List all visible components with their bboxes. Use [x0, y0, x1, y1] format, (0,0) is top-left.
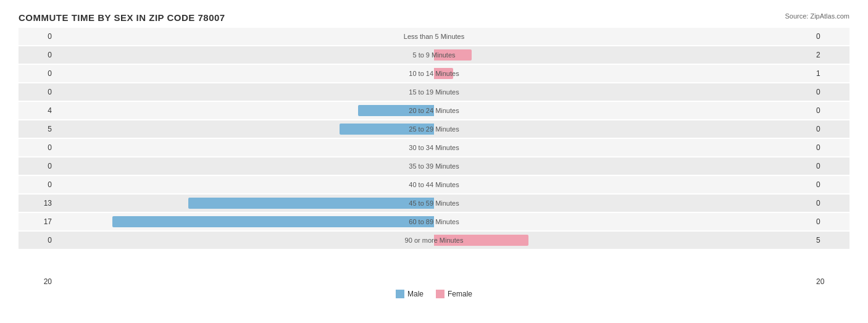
bar-male-wrap — [56, 232, 434, 249]
chart-row: 0 40 to 44 Minutes 0 — [19, 176, 849, 193]
chart-row: 0 15 to 19 Minutes 0 — [19, 83, 849, 101]
row-right-value: 0 — [812, 106, 849, 115]
bars-center: 15 to 19 Minutes — [56, 83, 812, 101]
row-left-value: 0 — [19, 180, 56, 189]
chart-title: COMMUTE TIME BY SEX IN ZIP CODE 78007 — [19, 12, 849, 23]
chart-row: 4 20 to 24 Minutes 0 — [19, 102, 849, 119]
legend-male: Male — [396, 290, 424, 298]
legend-female-label: Female — [448, 290, 472, 298]
bars-center: 35 to 39 Minutes — [56, 157, 812, 175]
row-left-value: 0 — [19, 51, 56, 59]
bars-center: 10 to 14 Minutes — [56, 65, 812, 82]
row-left-value: 0 — [19, 236, 56, 245]
bar-male — [188, 198, 434, 209]
bar-male — [340, 124, 434, 135]
bar-female-wrap — [434, 46, 812, 64]
row-left-value: 0 — [19, 32, 56, 41]
bar-male-wrap — [56, 213, 434, 230]
bar-female-wrap — [434, 157, 812, 175]
row-right-value: 0 — [812, 199, 849, 208]
bar-male-wrap — [56, 157, 434, 175]
chart-area: 0 Less than 5 Minutes 0 0 5 to 9 Minutes… — [19, 28, 849, 275]
chart-row: 0 30 to 34 Minutes 0 — [19, 139, 849, 156]
chart-row: 17 60 to 89 Minutes 0 — [19, 213, 849, 230]
bar-female — [434, 49, 472, 61]
chart-row: 0 10 to 14 Minutes 1 — [19, 65, 849, 82]
bar-female-wrap — [434, 28, 812, 45]
chart-row: 13 45 to 59 Minutes 0 — [19, 195, 849, 212]
chart-row: 0 5 to 9 Minutes 2 — [19, 46, 849, 64]
row-left-value: 0 — [19, 69, 56, 78]
bar-female-wrap — [434, 232, 812, 249]
row-left-value: 0 — [19, 143, 56, 152]
axis-right-label: 20 — [812, 277, 849, 286]
legend-male-box — [396, 290, 404, 298]
row-right-value: 0 — [812, 88, 849, 96]
bars-center: 90 or more Minutes — [56, 232, 812, 249]
chart-row: 0 Less than 5 Minutes 0 — [19, 28, 849, 45]
row-right-value: 0 — [812, 180, 849, 189]
bar-male-wrap — [56, 102, 434, 119]
bar-female-wrap — [434, 65, 812, 82]
bar-male-wrap — [56, 46, 434, 64]
bar-female-wrap — [434, 102, 812, 119]
chart-row: 0 35 to 39 Minutes 0 — [19, 157, 849, 175]
bar-female-wrap — [434, 83, 812, 101]
row-left-value: 4 — [19, 106, 56, 115]
row-right-value: 0 — [812, 32, 849, 41]
bars-center: 45 to 59 Minutes — [56, 195, 812, 212]
row-left-value: 0 — [19, 88, 56, 96]
legend: Male Female — [19, 290, 849, 298]
legend-male-label: Male — [407, 290, 424, 298]
bar-male-wrap — [56, 120, 434, 138]
bar-male-wrap — [56, 195, 434, 212]
bar-female-wrap — [434, 120, 812, 138]
row-left-value: 5 — [19, 125, 56, 133]
bars-center: 60 to 89 Minutes — [56, 213, 812, 230]
bar-male-wrap — [56, 28, 434, 45]
bars-center: 40 to 44 Minutes — [56, 176, 812, 193]
row-right-value: 2 — [812, 51, 849, 59]
bar-male-wrap — [56, 65, 434, 82]
bar-female — [434, 235, 528, 246]
bar-male — [358, 105, 434, 116]
axis-row: 20 20 — [19, 277, 849, 286]
bar-male-wrap — [56, 176, 434, 193]
row-left-value: 13 — [19, 199, 56, 208]
chart-row: 0 90 or more Minutes 5 — [19, 232, 849, 249]
bars-center: 20 to 24 Minutes — [56, 102, 812, 119]
bar-male — [112, 216, 434, 227]
bar-female-wrap — [434, 176, 812, 193]
chart-row: 5 25 to 29 Minutes 0 — [19, 120, 849, 138]
bars-center: 30 to 34 Minutes — [56, 139, 812, 156]
row-right-value: 0 — [812, 143, 849, 152]
bar-female-wrap — [434, 213, 812, 230]
source-label: Source: ZipAtlas.com — [785, 12, 849, 20]
bar-female-wrap — [434, 195, 812, 212]
row-right-value: 5 — [812, 236, 849, 245]
bar-male-wrap — [56, 83, 434, 101]
row-right-value: 0 — [812, 125, 849, 133]
row-left-value: 17 — [19, 217, 56, 226]
bar-female-wrap — [434, 139, 812, 156]
row-right-value: 0 — [812, 162, 849, 170]
row-left-value: 0 — [19, 162, 56, 170]
bars-center: 25 to 29 Minutes — [56, 120, 812, 138]
bars-center: 5 to 9 Minutes — [56, 46, 812, 64]
legend-female: Female — [436, 290, 472, 298]
bar-male-wrap — [56, 139, 434, 156]
bars-center: Less than 5 Minutes — [56, 28, 812, 45]
chart-container: COMMUTE TIME BY SEX IN ZIP CODE 78007 So… — [0, 0, 868, 323]
row-right-value: 0 — [812, 217, 849, 226]
legend-female-box — [436, 290, 444, 298]
row-right-value: 1 — [812, 69, 849, 78]
axis-left-label: 20 — [19, 277, 56, 286]
bar-female — [434, 68, 453, 79]
